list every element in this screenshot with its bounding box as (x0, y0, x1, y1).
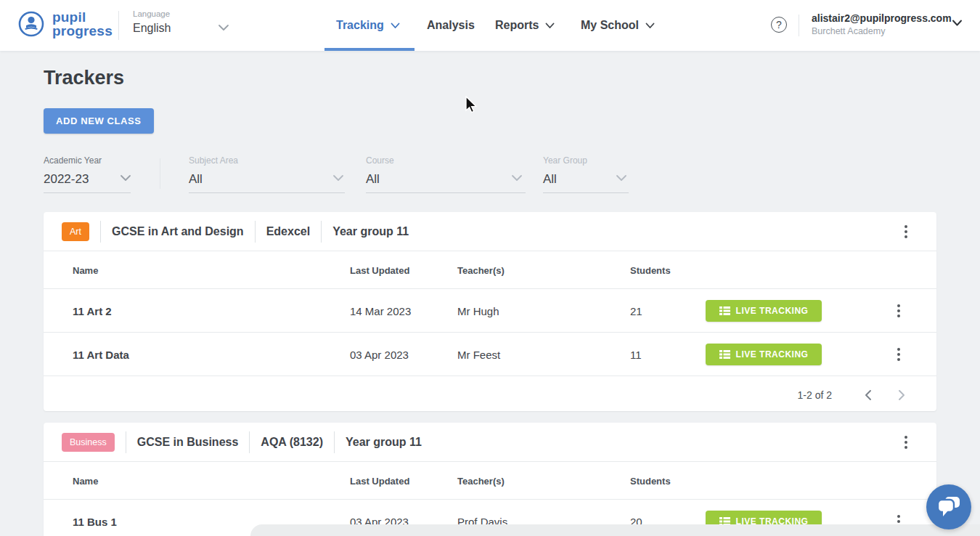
header-divider (118, 11, 119, 40)
filter-value: All (366, 172, 526, 187)
chat-widget-button[interactable] (926, 484, 971, 529)
row-menu-kebab-icon[interactable] (892, 303, 905, 319)
course-title: GCSE in Art and Design (112, 225, 244, 238)
pagination-prev-icon[interactable] (859, 386, 877, 404)
language-label: Language (133, 9, 171, 18)
col-students: Students (630, 265, 671, 276)
mouse-cursor (463, 96, 479, 115)
last-updated: 14 Mar 2023 (350, 304, 411, 317)
brand-logo[interactable]: pupil progress (17, 10, 113, 38)
filter-academic-year[interactable]: Academic Year 2022-23 (44, 155, 131, 193)
last-updated: 03 Apr 2023 (350, 348, 409, 360)
tab-analysis-label: Analysis (427, 19, 475, 32)
col-updated: Last Updated (350, 476, 409, 487)
header-divider (100, 221, 101, 243)
language-value: English (133, 22, 171, 35)
chevron-down-icon (545, 23, 555, 29)
col-name: Name (73, 265, 98, 276)
chevron-down-icon (511, 174, 523, 182)
students-count: 11 (630, 348, 642, 360)
language-selector[interactable]: Language English (133, 9, 171, 35)
tab-reports-label: Reports (495, 19, 539, 32)
course-title: GCSE in Business (137, 436, 239, 449)
teachers: Mr Feest (457, 348, 500, 360)
tracker-card-art: Art GCSE in Art and Design Edexcel Year … (44, 212, 936, 411)
exam-board: Edexcel (266, 225, 310, 238)
tab-tracking-label: Tracking (336, 19, 384, 32)
help-icon[interactable]: ? (771, 17, 787, 33)
table-row: 11 Art 2 14 Mar 2023 Mr Hugh 21 LIVE TRA… (44, 289, 936, 333)
filter-underline (44, 192, 131, 193)
user-school-name: Burchett Academy (812, 26, 952, 36)
live-tracking-button[interactable]: LIVE TRACKING (706, 300, 822, 322)
card-menu-kebab-icon[interactable] (899, 224, 912, 240)
brand-name-line2: progress (52, 24, 113, 38)
filter-year-group[interactable]: Year Group All (543, 155, 629, 193)
col-updated: Last Updated (350, 265, 409, 276)
pagination-next-icon[interactable] (893, 386, 910, 404)
tracker-card-business: Business GCSE in Business AQA (8132) Yea… (44, 423, 936, 536)
header-divider (255, 221, 256, 243)
filter-label: Subject Area (189, 155, 345, 166)
row-menu-kebab-icon[interactable] (892, 346, 905, 362)
chevron-down-icon (645, 23, 655, 29)
active-tab-underline (324, 48, 415, 51)
filter-label: Academic Year (44, 155, 131, 166)
tracker-card-header: Art GCSE in Art and Design Edexcel Year … (44, 212, 936, 251)
chevron-down-icon[interactable] (952, 19, 963, 27)
card-menu-kebab-icon[interactable] (899, 434, 912, 450)
filter-underline (543, 192, 629, 193)
header-divider (126, 431, 126, 453)
class-name: 11 Bus 1 (73, 515, 117, 527)
user-menu[interactable]: alistair2@pupilprogress.com Burchett Aca… (812, 12, 952, 36)
filter-value: All (189, 172, 345, 187)
chevron-down-icon (332, 174, 344, 182)
chevron-down-icon (616, 174, 627, 182)
col-teachers: Teacher(s) (457, 265, 505, 276)
subject-badge: Art (62, 222, 89, 241)
live-tracking-label: LIVE TRACKING (736, 349, 809, 360)
filter-subject-area[interactable]: Subject Area All (189, 155, 345, 193)
user-email: alistair2@pupilprogress.com (812, 12, 952, 24)
filter-label: Course (366, 155, 526, 166)
header-divider (334, 431, 335, 453)
help-glyph: ? (776, 19, 782, 31)
filter-course[interactable]: Course All (366, 155, 526, 193)
top-header: pupil progress Language English Tracking… (0, 0, 980, 51)
col-students: Students (630, 476, 671, 487)
live-tracking-button[interactable]: LIVE TRACKING (706, 344, 822, 365)
filter-value: 2022-23 (44, 172, 131, 187)
year-group: Year group 11 (332, 225, 409, 238)
exam-board: AQA (8132) (261, 436, 323, 449)
list-icon (719, 306, 730, 315)
col-teachers: Teacher(s) (457, 476, 505, 487)
tab-tracking[interactable]: Tracking (336, 0, 400, 51)
header-divider (321, 221, 322, 243)
tab-my-school[interactable]: My School (581, 0, 655, 51)
class-name: 11 Art 2 (73, 304, 112, 317)
teachers: Mr Hugh (457, 304, 499, 317)
filter-label: Year Group (543, 155, 629, 166)
col-name: Name (73, 476, 98, 487)
students-count: 21 (630, 304, 642, 317)
rising-banner-overlay (250, 524, 980, 536)
tab-reports[interactable]: Reports (495, 0, 555, 51)
tab-analysis[interactable]: Analysis (427, 0, 475, 51)
chevron-down-icon[interactable] (218, 24, 229, 31)
tracker-card-header: Business GCSE in Business AQA (8132) Yea… (44, 423, 936, 462)
pagination: 1-2 of 2 (44, 376, 936, 414)
table-header-row: Name Last Updated Teacher(s) Students (44, 251, 936, 289)
chevron-down-icon (391, 23, 400, 29)
brand-name-line1: pupil (52, 10, 113, 24)
header-divider (799, 15, 799, 36)
filter-divider (160, 158, 160, 189)
add-new-class-button[interactable]: ADD NEW CLASS (44, 108, 154, 134)
year-group: Year group 11 (346, 436, 422, 449)
tab-my-school-label: My School (581, 19, 639, 32)
table-row: 11 Art Data 03 Apr 2023 Mr Feest 11 LIVE… (44, 333, 936, 376)
live-tracking-label: LIVE TRACKING (736, 306, 809, 316)
chevron-down-icon (120, 174, 131, 182)
table-header-row: Name Last Updated Teacher(s) Students (44, 462, 936, 500)
header-divider (249, 431, 250, 453)
filter-underline (366, 192, 526, 193)
